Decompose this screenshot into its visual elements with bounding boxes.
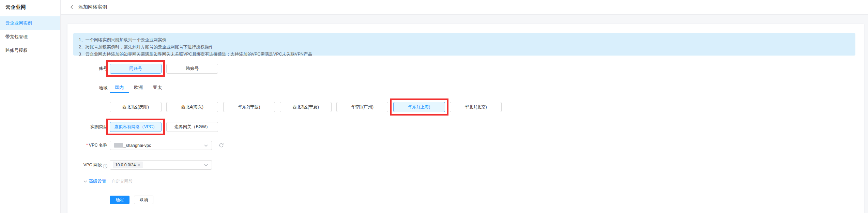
instance-type-vpc-annotation-wrap: 虚拟私有网络（VPC）: [110, 122, 162, 132]
region-button-guangzhou[interactable]: 华南1(广州): [336, 102, 388, 112]
region-buttons-row: 西北1区(庆阳) 西北4(海东) 华东2(宁波) 西北3区(宁夏) 华南1(广州…: [67, 102, 864, 112]
same-account-button[interactable]: 同账号: [110, 64, 162, 74]
account-label: 账号: [67, 64, 107, 74]
vpc-name-label-text: VPC 名称: [89, 143, 107, 148]
region-button-beijing[interactable]: 华北1(北京): [450, 102, 502, 112]
info-icon[interactable]: i: [103, 164, 107, 168]
chevron-left-icon: [70, 5, 73, 10]
region-tabs-row: 地域 国内 欧洲 亚太: [67, 84, 864, 93]
instance-type-label: 实例类型: [67, 122, 107, 132]
tag-close-icon[interactable]: ×: [138, 163, 140, 168]
region-button-haidong[interactable]: 西北4(海东): [166, 102, 218, 112]
sidebar-item-cen-instances[interactable]: 云企业网实例: [0, 16, 60, 30]
tab-domestic[interactable]: 国内: [110, 84, 129, 93]
vpc-name-value: _shanghai-vpc: [123, 143, 151, 148]
sidebar: 云企业网 云企业网实例 带宽包管理 跨账号授权: [0, 0, 61, 213]
advanced-settings-toggle[interactable]: 高级设置: [89, 178, 106, 184]
region-label: 地域: [67, 84, 107, 92]
vpc-cidr-label: VPC 网段i: [67, 160, 107, 170]
form-card: 1、一个网络实例只能加载到一个云企业网实例 2、跨账号加载实例时，需先到对方账号…: [67, 24, 864, 213]
instance-type-vpc-button[interactable]: 虚拟私有网络（VPC）: [110, 122, 162, 132]
vpc-cidr-row: VPC 网段i 10.0.0.0/24 ×: [67, 160, 864, 170]
region-button-shanghai[interactable]: 华东1(上海): [393, 102, 445, 112]
back-button[interactable]: [69, 4, 74, 10]
page-header: 添加网络实例: [61, 0, 868, 15]
vpc-cidr-select[interactable]: 10.0.0.0/24 ×: [110, 160, 212, 170]
advanced-settings-row: 高级设置 自定义网段: [83, 178, 133, 185]
sidebar-menu: 云企业网实例 带宽包管理 跨账号授权: [0, 16, 60, 57]
confirm-button[interactable]: 确定: [110, 196, 130, 204]
notice-line-2: 2、跨账号加载实例时，需先到对方账号的云企业网账号下进行授权操作: [79, 44, 850, 51]
region-button-ningbo[interactable]: 华东2(宁波): [223, 102, 275, 112]
region-button-qingyang[interactable]: 西北1区(庆阳): [110, 102, 162, 112]
sidebar-title: 云企业网: [0, 0, 60, 13]
cidr-tag: 10.0.0.0/24 ×: [113, 162, 143, 168]
chevron-down-icon: [204, 163, 208, 167]
region-tabs: 国内 欧洲 亚太: [110, 84, 167, 93]
account-same-annotation-wrap: 同账号: [110, 64, 162, 74]
sidebar-item-cross-account-auth[interactable]: 跨账号授权: [0, 44, 60, 57]
account-row: 账号 同账号 跨账号: [67, 64, 864, 74]
sidebar-item-bandwidth-packages[interactable]: 带宽包管理: [0, 30, 60, 44]
actions-row: 确定 取消: [67, 196, 864, 204]
cross-account-button[interactable]: 跨账号: [166, 64, 218, 74]
notice-line-3: 3、云企业网支持添加的边界网关需满足边界网关未关联VPC且绑定有连接通道；支持添…: [79, 51, 850, 58]
masked-text-block: [114, 143, 123, 148]
cidr-tag-text: 10.0.0.0/24: [115, 163, 136, 167]
vpc-name-select[interactable]: _shanghai-vpc: [110, 141, 212, 150]
refresh-icon: [219, 143, 224, 148]
notice-line-1: 1、一个网络实例只能加载到一个云企业网实例: [79, 36, 850, 44]
custom-cidr-hint: 自定义网段: [111, 179, 133, 184]
page: 云企业网 云企业网实例 带宽包管理 跨账号授权 添加网络实例 1、一个网络实例只…: [0, 0, 868, 213]
chevron-down-icon: [204, 143, 208, 148]
required-asterisk: *: [86, 143, 88, 148]
vpc-name-label: *VPC 名称: [67, 141, 107, 150]
region-button-ningxia[interactable]: 西北3区(宁夏): [280, 102, 332, 112]
refresh-button[interactable]: [217, 141, 225, 150]
vpc-name-row: *VPC 名称 _shanghai-vpc: [67, 141, 864, 150]
page-title: 添加网络实例: [78, 4, 107, 10]
notice-box: 1、一个网络实例只能加载到一个云企业网实例 2、跨账号加载实例时，需先到对方账号…: [73, 33, 855, 56]
tab-europe[interactable]: 欧洲: [129, 84, 148, 93]
cancel-button[interactable]: 取消: [134, 196, 153, 204]
instance-type-row: 实例类型 虚拟私有网络（VPC） 边界网关（BGW）: [67, 122, 864, 132]
tab-asia-pacific[interactable]: 亚太: [148, 84, 167, 93]
instance-type-bgw-button[interactable]: 边界网关（BGW）: [166, 122, 218, 132]
vpc-cidr-label-text: VPC 网段: [83, 163, 102, 167]
chevron-down-icon: [83, 180, 87, 183]
region-shanghai-annotation-wrap: 华东1(上海): [393, 102, 445, 112]
